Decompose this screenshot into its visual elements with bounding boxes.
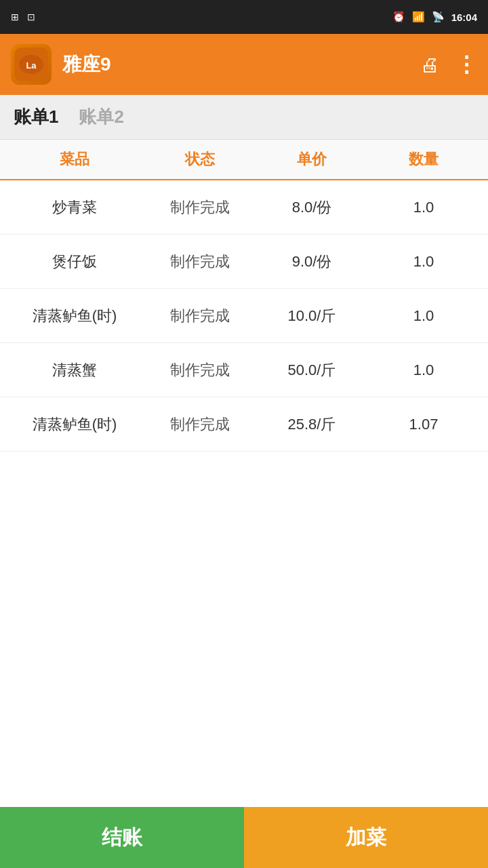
gallery-icon: ⊞ — [11, 12, 19, 22]
app-bar-actions: 🖨 ⋮ — [420, 52, 477, 77]
cell-dish-3: 清蒸蟹 — [7, 360, 142, 380]
tab-bill2[interactable]: 账单2 — [79, 98, 123, 136]
app-logo: La — [11, 44, 52, 85]
signal-icon: 📡 — [432, 11, 445, 23]
add-dish-button[interactable]: 加菜 — [244, 807, 488, 868]
cell-dish-1: 煲仔饭 — [7, 252, 142, 272]
more-options-icon[interactable]: ⋮ — [455, 52, 477, 77]
cell-qty-0: 1.0 — [366, 199, 481, 216]
bottom-buttons: 结账 加菜 — [0, 807, 488, 868]
header-price: 单价 — [258, 149, 366, 170]
app-logo-inner: La — [14, 47, 48, 81]
app-bar: La 雅座9 🖨 ⋮ — [0, 34, 488, 95]
status-bar-right: ⏰ 📶 📡 16:04 — [392, 11, 477, 23]
svg-text:La: La — [26, 60, 37, 71]
cell-qty-4: 1.07 — [366, 416, 481, 433]
print-icon[interactable]: 🖨 — [420, 54, 439, 76]
tab-bar: 账单1 账单2 — [0, 95, 488, 140]
cell-price-3: 50.0/斤 — [258, 360, 366, 380]
cell-price-1: 9.0/份 — [258, 252, 366, 272]
table-header: 菜品 状态 单价 数量 — [0, 140, 488, 180]
cell-status-3: 制作完成 — [142, 360, 258, 380]
alarm-icon: ⏰ — [392, 11, 405, 23]
header-qty: 数量 — [366, 149, 481, 170]
cell-qty-1: 1.0 — [366, 253, 481, 271]
app-title: 雅座9 — [62, 52, 420, 77]
empty-space — [0, 452, 488, 807]
cell-status-1: 制作完成 — [142, 252, 258, 272]
wifi-icon: 📶 — [412, 11, 425, 23]
table-row: 清蒸蟹 制作完成 50.0/斤 1.0 — [0, 343, 488, 397]
time-display: 16:04 — [451, 12, 477, 23]
cell-qty-3: 1.0 — [366, 361, 481, 379]
header-dish: 菜品 — [7, 149, 142, 170]
table-row: 清蒸鲈鱼(时) 制作完成 10.0/斤 1.0 — [0, 289, 488, 343]
cell-price-2: 10.0/斤 — [258, 306, 366, 326]
cell-dish-2: 清蒸鲈鱼(时) — [7, 306, 142, 326]
table-row: 清蒸鲈鱼(时) 制作完成 25.8/斤 1.07 — [0, 397, 488, 452]
cell-dish-4: 清蒸鲈鱼(时) — [7, 414, 142, 435]
status-bar: ⊞ ⊡ ⏰ 📶 📡 16:04 — [0, 0, 488, 34]
cell-status-0: 制作完成 — [142, 197, 258, 218]
table-body: 炒青菜 制作完成 8.0/份 1.0 煲仔饭 制作完成 9.0/份 1.0 清蒸… — [0, 180, 488, 452]
checkout-button[interactable]: 结账 — [0, 807, 244, 868]
widget-icon: ⊡ — [27, 12, 35, 22]
cell-status-2: 制作完成 — [142, 306, 258, 326]
cell-dish-0: 炒青菜 — [7, 197, 142, 218]
cell-price-4: 25.8/斤 — [258, 414, 366, 435]
cell-qty-2: 1.0 — [366, 307, 481, 325]
table-row: 煲仔饭 制作完成 9.0/份 1.0 — [0, 235, 488, 289]
tab-bill1[interactable]: 账单1 — [14, 98, 58, 136]
cell-price-0: 8.0/份 — [258, 197, 366, 218]
table-row: 炒青菜 制作完成 8.0/份 1.0 — [0, 180, 488, 235]
status-bar-left: ⊞ ⊡ — [11, 12, 35, 22]
main-content: 菜品 状态 单价 数量 炒青菜 制作完成 8.0/份 1.0 煲仔饭 制作完成 … — [0, 140, 488, 807]
header-status: 状态 — [142, 149, 258, 170]
cell-status-4: 制作完成 — [142, 414, 258, 435]
